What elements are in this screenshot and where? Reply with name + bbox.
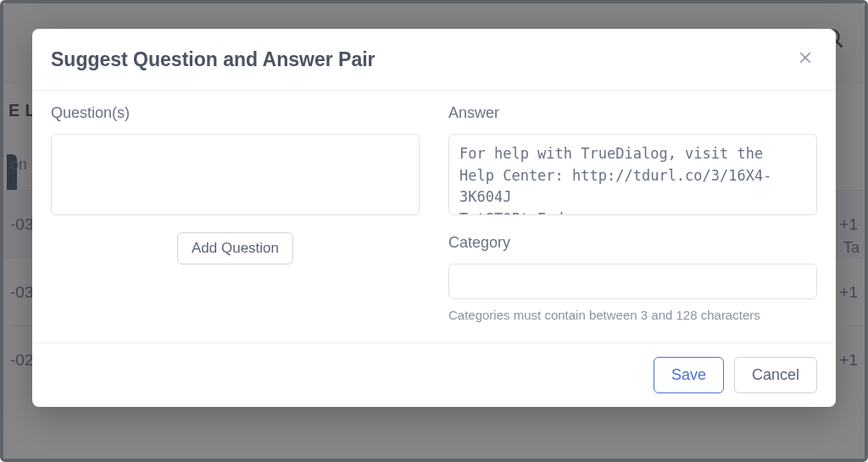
modal-header: Suggest Question and Answer Pair xyxy=(32,29,836,91)
modal-footer: Save Cancel xyxy=(32,342,836,407)
close-icon xyxy=(798,50,813,70)
category-label: Category xyxy=(448,234,817,252)
modal-body: Question(s) Add Question Answer For help… xyxy=(32,91,836,342)
questions-column: Question(s) Add Question xyxy=(51,104,420,322)
suggest-qa-modal: Suggest Question and Answer Pair Questio… xyxy=(32,29,836,407)
close-button[interactable] xyxy=(793,47,817,71)
save-button[interactable]: Save xyxy=(654,357,724,393)
cancel-button[interactable]: Cancel xyxy=(734,357,817,393)
questions-label: Question(s) xyxy=(51,104,420,122)
answer-label: Answer xyxy=(448,104,817,122)
answer-input[interactable]: For help with TrueDialog, visit the Help… xyxy=(448,134,817,215)
category-input[interactable] xyxy=(448,264,817,299)
add-question-button[interactable]: Add Question xyxy=(177,232,293,264)
category-helper-text: Categories must contain between 3 and 12… xyxy=(448,308,817,322)
answer-column: Answer For help with TrueDialog, visit t… xyxy=(448,104,817,322)
questions-input[interactable] xyxy=(51,134,420,215)
modal-title: Suggest Question and Answer Pair xyxy=(51,48,376,71)
